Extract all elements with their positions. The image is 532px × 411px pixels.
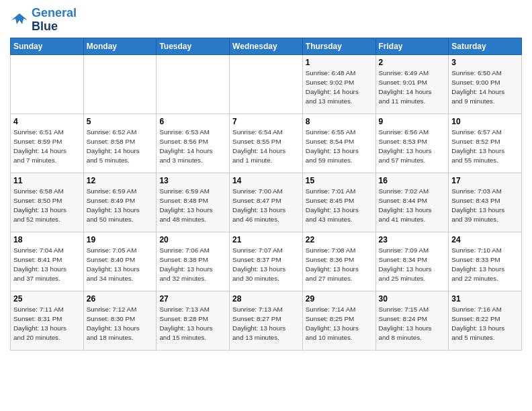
header-day-thursday: Thursday: [302, 38, 375, 54]
week-row-2: 4Sunrise: 6:51 AM Sunset: 8:59 PM Daylig…: [11, 113, 522, 173]
day-number: 19: [87, 235, 154, 244]
day-number: 7: [232, 117, 300, 126]
day-number: 10: [451, 117, 519, 126]
day-info: Sunrise: 6:59 AM Sunset: 8:49 PM Dayligh…: [87, 187, 154, 225]
day-info: Sunrise: 7:12 AM Sunset: 8:30 PM Dayligh…: [87, 305, 154, 343]
week-row-1: 1Sunrise: 6:48 AM Sunset: 9:02 PM Daylig…: [11, 54, 522, 113]
day-number: 11: [13, 176, 81, 185]
day-cell-1: 1Sunrise: 6:48 AM Sunset: 9:02 PM Daylig…: [302, 54, 375, 113]
day-info: Sunrise: 7:06 AM Sunset: 8:38 PM Dayligh…: [159, 246, 226, 284]
day-number: 28: [232, 294, 300, 304]
day-info: Sunrise: 6:50 AM Sunset: 9:00 PM Dayligh…: [451, 68, 519, 107]
day-cell-28: 28Sunrise: 7:13 AM Sunset: 8:27 PM Dayli…: [230, 291, 303, 350]
header-day-sunday: Sunday: [11, 38, 84, 54]
day-info: Sunrise: 7:07 AM Sunset: 8:37 PM Dayligh…: [232, 246, 300, 284]
day-info: Sunrise: 6:49 AM Sunset: 9:01 PM Dayligh…: [379, 68, 446, 107]
day-cell-8: 8Sunrise: 6:55 AM Sunset: 8:54 PM Daylig…: [302, 113, 375, 173]
day-cell-14: 14Sunrise: 7:00 AM Sunset: 8:47 PM Dayli…: [230, 173, 303, 232]
day-cell-10: 10Sunrise: 6:57 AM Sunset: 8:52 PM Dayli…: [449, 113, 522, 173]
logo: GeneralBlue: [10, 7, 77, 34]
day-info: Sunrise: 6:56 AM Sunset: 8:53 PM Dayligh…: [379, 128, 446, 166]
day-number: 27: [159, 294, 226, 304]
day-cell-30: 30Sunrise: 7:15 AM Sunset: 8:24 PM Dayli…: [375, 291, 449, 350]
day-number: 14: [232, 176, 300, 185]
day-cell-25: 25Sunrise: 7:11 AM Sunset: 8:31 PM Dayli…: [11, 291, 84, 350]
day-cell-empty: [11, 54, 84, 113]
day-info: Sunrise: 7:11 AM Sunset: 8:31 PM Dayligh…: [13, 305, 81, 343]
day-number: 12: [87, 176, 154, 185]
day-info: Sunrise: 6:55 AM Sunset: 8:54 PM Dayligh…: [306, 128, 373, 166]
day-number: 8: [306, 117, 373, 126]
week-row-4: 18Sunrise: 7:04 AM Sunset: 8:41 PM Dayli…: [11, 232, 522, 291]
day-info: Sunrise: 6:52 AM Sunset: 8:58 PM Dayligh…: [87, 128, 154, 166]
day-number: 5: [87, 117, 154, 126]
day-cell-27: 27Sunrise: 7:13 AM Sunset: 8:28 PM Dayli…: [157, 291, 230, 350]
day-number: 6: [159, 117, 226, 126]
logo-icon: [10, 11, 29, 30]
day-number: 1: [306, 58, 373, 67]
day-info: Sunrise: 6:54 AM Sunset: 8:55 PM Dayligh…: [232, 128, 300, 166]
day-number: 30: [379, 294, 446, 304]
week-row-5: 25Sunrise: 7:11 AM Sunset: 8:31 PM Dayli…: [11, 291, 522, 350]
day-cell-29: 29Sunrise: 7:14 AM Sunset: 8:25 PM Dayli…: [302, 291, 375, 350]
day-cell-5: 5Sunrise: 6:52 AM Sunset: 8:58 PM Daylig…: [83, 113, 157, 173]
day-info: Sunrise: 7:05 AM Sunset: 8:40 PM Dayligh…: [87, 246, 154, 284]
day-info: Sunrise: 7:16 AM Sunset: 8:22 PM Dayligh…: [451, 305, 519, 343]
header-day-wednesday: Wednesday: [230, 38, 303, 54]
header-day-tuesday: Tuesday: [157, 38, 230, 54]
day-info: Sunrise: 7:15 AM Sunset: 8:24 PM Dayligh…: [379, 305, 446, 343]
day-cell-2: 2Sunrise: 6:49 AM Sunset: 9:01 PM Daylig…: [375, 54, 449, 113]
day-info: Sunrise: 7:03 AM Sunset: 8:43 PM Dayligh…: [451, 187, 519, 225]
calendar-body: 1Sunrise: 6:48 AM Sunset: 9:02 PM Daylig…: [11, 54, 522, 350]
day-info: Sunrise: 7:09 AM Sunset: 8:34 PM Dayligh…: [379, 246, 446, 284]
day-cell-26: 26Sunrise: 7:12 AM Sunset: 8:30 PM Dayli…: [83, 291, 157, 350]
day-info: Sunrise: 7:01 AM Sunset: 8:45 PM Dayligh…: [306, 187, 373, 225]
day-cell-3: 3Sunrise: 6:50 AM Sunset: 9:00 PM Daylig…: [449, 54, 522, 113]
day-info: Sunrise: 7:13 AM Sunset: 8:27 PM Dayligh…: [232, 305, 300, 343]
calendar-header-row: SundayMondayTuesdayWednesdayThursdayFrid…: [11, 38, 522, 54]
day-number: 17: [451, 176, 519, 185]
day-info: Sunrise: 6:51 AM Sunset: 8:59 PM Dayligh…: [13, 128, 81, 166]
day-cell-12: 12Sunrise: 6:59 AM Sunset: 8:49 PM Dayli…: [83, 173, 157, 232]
day-cell-empty: [230, 54, 303, 113]
day-info: Sunrise: 7:10 AM Sunset: 8:33 PM Dayligh…: [451, 246, 519, 284]
day-number: 2: [379, 58, 446, 67]
day-cell-20: 20Sunrise: 7:06 AM Sunset: 8:38 PM Dayli…: [157, 232, 230, 291]
day-cell-18: 18Sunrise: 7:04 AM Sunset: 8:41 PM Dayli…: [11, 232, 84, 291]
header-day-saturday: Saturday: [449, 38, 522, 54]
header-day-friday: Friday: [375, 38, 449, 54]
day-number: 13: [159, 176, 226, 185]
day-number: 29: [306, 294, 373, 304]
day-info: Sunrise: 7:13 AM Sunset: 8:28 PM Dayligh…: [159, 305, 226, 343]
day-cell-7: 7Sunrise: 6:54 AM Sunset: 8:55 PM Daylig…: [230, 113, 303, 173]
day-cell-24: 24Sunrise: 7:10 AM Sunset: 8:33 PM Dayli…: [449, 232, 522, 291]
day-info: Sunrise: 6:53 AM Sunset: 8:56 PM Dayligh…: [159, 128, 226, 166]
day-number: 20: [159, 235, 226, 244]
day-cell-21: 21Sunrise: 7:07 AM Sunset: 8:37 PM Dayli…: [230, 232, 303, 291]
day-number: 15: [306, 176, 373, 185]
day-info: Sunrise: 7:02 AM Sunset: 8:44 PM Dayligh…: [379, 187, 446, 225]
logo-text: GeneralBlue: [32, 7, 77, 34]
day-cell-empty: [157, 54, 230, 113]
day-number: 25: [13, 294, 81, 304]
day-cell-31: 31Sunrise: 7:16 AM Sunset: 8:22 PM Dayli…: [449, 291, 522, 350]
day-cell-23: 23Sunrise: 7:09 AM Sunset: 8:34 PM Dayli…: [375, 232, 449, 291]
week-row-3: 11Sunrise: 6:58 AM Sunset: 8:50 PM Dayli…: [11, 173, 522, 232]
day-info: Sunrise: 7:14 AM Sunset: 8:25 PM Dayligh…: [306, 305, 373, 343]
calendar-table: SundayMondayTuesdayWednesdayThursdayFrid…: [10, 38, 522, 351]
day-number: 4: [13, 117, 81, 126]
day-cell-13: 13Sunrise: 6:59 AM Sunset: 8:48 PM Dayli…: [157, 173, 230, 232]
day-cell-15: 15Sunrise: 7:01 AM Sunset: 8:45 PM Dayli…: [302, 173, 375, 232]
day-number: 3: [451, 58, 519, 67]
day-number: 24: [451, 235, 519, 244]
day-number: 31: [451, 294, 519, 304]
day-info: Sunrise: 6:57 AM Sunset: 8:52 PM Dayligh…: [451, 128, 519, 166]
day-cell-11: 11Sunrise: 6:58 AM Sunset: 8:50 PM Dayli…: [11, 173, 84, 232]
day-number: 9: [379, 117, 446, 126]
day-cell-22: 22Sunrise: 7:08 AM Sunset: 8:36 PM Dayli…: [302, 232, 375, 291]
day-info: Sunrise: 7:00 AM Sunset: 8:47 PM Dayligh…: [232, 187, 300, 225]
day-number: 22: [306, 235, 373, 244]
day-number: 26: [87, 294, 154, 304]
day-number: 21: [232, 235, 300, 244]
header-day-monday: Monday: [83, 38, 157, 54]
